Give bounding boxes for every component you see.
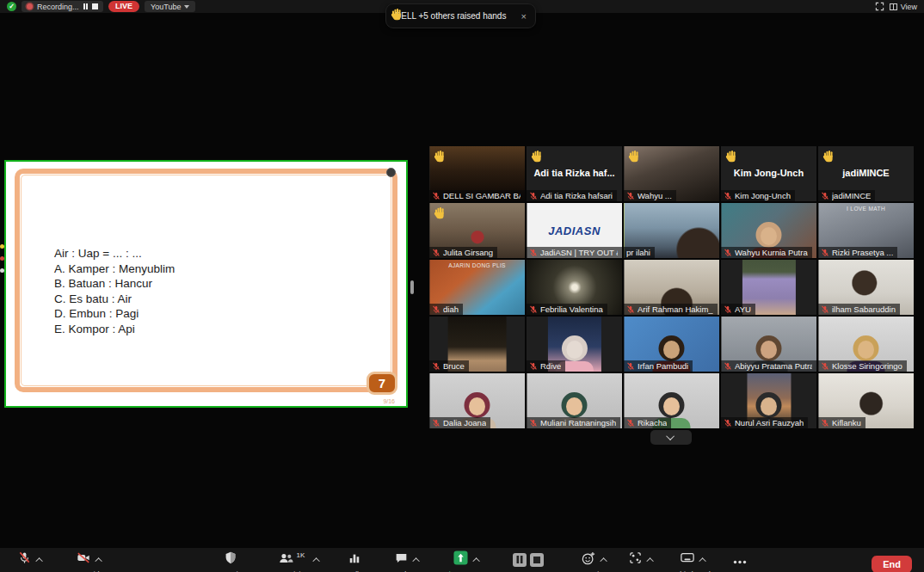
- video-overlay-text: I LOVE MATH: [818, 206, 914, 212]
- muted-mic-icon: [821, 305, 829, 314]
- participant-tile[interactable]: Irfan Pambudi: [624, 317, 719, 372]
- participant-tile[interactable]: Bruce: [429, 317, 525, 372]
- video-overlay-text: AJARIN DONG PLIS: [429, 262, 525, 268]
- participants-options-chevron[interactable]: [313, 557, 320, 564]
- participant-name: ilham Sabaruddin: [832, 304, 896, 314]
- mic-options-chevron[interactable]: [35, 557, 42, 564]
- stop-recording-button[interactable]: [92, 3, 98, 9]
- participant-tile[interactable]: DELL SI GAMBAR BANTENG: [429, 146, 525, 201]
- close-icon[interactable]: ×: [521, 11, 527, 22]
- participant-tile[interactable]: Arif Rahman Hakim_: [624, 260, 719, 315]
- reactions-options-chevron[interactable]: [600, 557, 607, 564]
- chat-icon: [395, 552, 408, 568]
- security-button[interactable]: Security: [205, 552, 256, 572]
- slide-camera-dot: [386, 168, 396, 177]
- pause-recording-icon[interactable]: [513, 553, 527, 567]
- raised-hand-icon: [434, 150, 446, 166]
- participant-tile[interactable]: Wahyu ...: [624, 146, 719, 201]
- apps-button[interactable]: Apps: [616, 552, 666, 572]
- raised-hands-banner[interactable]: DELL +5 others raised hands ×: [385, 3, 536, 28]
- participant-nameplate: Muliani Ratnaningsih: [527, 417, 620, 428]
- participant-nameplate: Wahyu Kurnia Putra: [721, 247, 812, 258]
- participant-tile[interactable]: jadiMINCEjadiMINCE: [818, 146, 914, 201]
- participant-tile[interactable]: AYU: [721, 260, 816, 315]
- panel-resize-handle[interactable]: [410, 280, 414, 294]
- participant-nameplate: Adi tia Rizka hafsari: [527, 190, 617, 201]
- participant-tile[interactable]: Kim Jong-UnchKim Jong-Unch: [721, 146, 816, 201]
- raised-hand-icon: [434, 206, 446, 223]
- muted-mic-icon: [529, 249, 538, 257]
- more-participants-button[interactable]: [650, 430, 692, 445]
- stop-recording-icon[interactable]: [530, 553, 544, 567]
- quiz-question: Air : Uap = ... : ...: [54, 246, 175, 261]
- pause-recording-button[interactable]: [83, 3, 89, 9]
- end-meeting-button[interactable]: End: [872, 556, 912, 572]
- raised-hand-icon: [822, 150, 835, 166]
- participant-tile[interactable]: Wahyu Kurnia Putra: [721, 203, 816, 258]
- participant-tile[interactable]: Kiflanku: [818, 373, 914, 428]
- participant-nameplate: Klosse Siringoringo: [818, 360, 907, 372]
- muted-mic-icon: [432, 305, 440, 314]
- muted-mic-icon: [529, 419, 538, 427]
- participant-grid: DELL SI GAMBAR BANTENGAdi tia Rizka haf.…: [429, 146, 914, 428]
- jadiasn-logo: JADIASN: [527, 224, 622, 237]
- more-button[interactable]: More: [723, 552, 757, 572]
- fullscreen-icon[interactable]: [875, 2, 884, 11]
- participant-tile[interactable]: Nurul Asri Fauzyah: [721, 373, 816, 428]
- participants-button[interactable]: 1K Participants: [263, 552, 336, 572]
- chat-options-chevron[interactable]: [412, 557, 419, 564]
- participant-name: Rizki Prasetya ...: [832, 248, 893, 257]
- participant-nameplate: AYU: [721, 304, 755, 315]
- participant-name: AYU: [735, 304, 751, 314]
- unmute-button[interactable]: Unmute: [3, 552, 57, 572]
- quiz-block: Air : Uap = ... : ... A. Kamper : Menyub…: [54, 246, 175, 336]
- participant-tile[interactable]: Dalia Joana: [429, 373, 525, 428]
- participant-tile[interactable]: AJARIN DONG PLISdiah: [429, 260, 525, 315]
- apps-options-chevron[interactable]: [646, 557, 653, 564]
- participant-nameplate: Wahyu ...: [624, 190, 676, 201]
- video-options-chevron[interactable]: [95, 557, 102, 564]
- participant-nameplate: Kiflanku: [818, 417, 865, 428]
- participant-tile[interactable]: pr ilahi: [624, 203, 719, 258]
- participant-nameplate: DELL SI GAMBAR BANTENG: [429, 190, 525, 201]
- muted-mic-icon: [821, 419, 829, 427]
- muted-mic-icon: [724, 419, 732, 427]
- participant-nameplate: Rikacha: [624, 417, 671, 428]
- share-options-chevron[interactable]: [472, 557, 479, 564]
- participant-display-name: Adi tia Rizka haf...: [527, 168, 622, 178]
- recording-dot-icon: [27, 3, 33, 9]
- start-video-button[interactable]: Start Video: [57, 552, 122, 572]
- participant-tile[interactable]: Abiyyu Pratama Putra: [721, 317, 816, 372]
- participant-name: Wahyu Kurnia Putra: [735, 248, 808, 257]
- participant-tile[interactable]: Rikacha: [624, 373, 719, 428]
- participant-nameplate: Kim Jong-Unch: [721, 190, 795, 201]
- quiz-option: C. Es batu : Air: [54, 292, 175, 307]
- participant-tile[interactable]: I LOVE MATHRizki Prasetya ...: [818, 203, 914, 258]
- participant-tile[interactable]: Febrilia Valentina: [527, 260, 622, 315]
- polls-icon: [348, 552, 360, 568]
- youtube-stream-dropdown[interactable]: YouTube: [145, 1, 195, 12]
- participant-tile[interactable]: Rdive: [527, 317, 622, 372]
- participant-name: Kim Jong-Unch: [735, 191, 791, 200]
- muted-mic-icon: [626, 305, 635, 314]
- participant-nameplate: Bruce: [429, 360, 469, 372]
- participant-tile[interactable]: JADIASNJadiASN | TRY OUT &...: [527, 203, 622, 258]
- muted-mic-icon: [821, 249, 829, 257]
- view-button[interactable]: View: [890, 3, 917, 11]
- live-badge: LIVE: [108, 1, 139, 12]
- muted-mic-icon: [529, 192, 538, 200]
- participant-tile[interactable]: ilham Sabaruddin: [818, 260, 914, 315]
- participant-name: Bruce: [443, 361, 465, 371]
- participant-name: Adi tia Rizka hafsari: [540, 191, 613, 200]
- participant-nameplate: Rdive: [527, 360, 565, 372]
- participant-tile[interactable]: Julita Girsang: [429, 203, 525, 258]
- muted-mic-icon: [432, 192, 440, 200]
- participant-tile[interactable]: Muliani Ratnaningsih: [527, 373, 622, 428]
- polls-button[interactable]: Polls: [334, 552, 375, 572]
- participant-tile[interactable]: Adi tia Rizka haf...Adi tia Rizka hafsar…: [527, 146, 622, 201]
- chat-button[interactable]: Chat: [380, 552, 434, 572]
- whiteboards-options-chevron[interactable]: [699, 557, 705, 564]
- share-screen-button[interactable]: Share Screen: [435, 552, 497, 572]
- whiteboards-button[interactable]: Whiteboards: [661, 552, 726, 572]
- participant-tile[interactable]: Klosse Siringoringo: [818, 317, 914, 372]
